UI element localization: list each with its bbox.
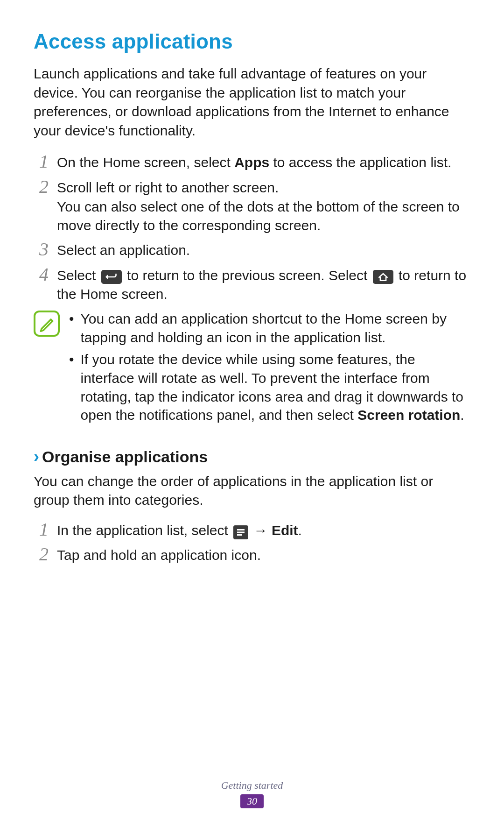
step-number: 1 xyxy=(34,520,49,539)
intro-paragraph: Launch applications and take full advant… xyxy=(34,64,470,140)
text: . xyxy=(298,523,302,538)
step-number: 3 xyxy=(34,240,49,259)
bullet-icon: • xyxy=(69,350,74,424)
note-bullet-1: • You can add an application shortcut to… xyxy=(69,310,470,346)
step-text: Select an application. xyxy=(57,241,190,260)
text: Select xyxy=(57,268,100,283)
text: You can also select one of the dots at t… xyxy=(57,198,470,234)
text: Select an application. xyxy=(57,241,190,260)
chevron-icon: › xyxy=(34,447,39,467)
step-text: Select to return to the previous screen.… xyxy=(57,266,470,303)
step-text: Tap and hold an application icon. xyxy=(57,546,261,565)
step-text: In the application list, select → Edit. xyxy=(57,521,302,540)
text: In the application list, select xyxy=(57,523,232,538)
text-bold-apps: Apps xyxy=(234,155,269,170)
step-text: On the Home screen, select Apps to acces… xyxy=(57,153,451,172)
text: Scroll left or right to another screen. xyxy=(57,178,470,197)
step-2: 2 Scroll left or right to another screen… xyxy=(34,178,470,235)
text: to return to the previous screen. Select xyxy=(127,268,371,283)
text: → xyxy=(254,523,272,538)
step-number: 2 xyxy=(34,545,49,564)
svg-rect-2 xyxy=(237,534,242,536)
step-number: 1 xyxy=(34,152,49,171)
sub-step-2: 2 Tap and hold an application icon. xyxy=(34,546,470,565)
subsection-intro: You can change the order of applications… xyxy=(34,472,470,510)
step-number: 4 xyxy=(34,265,49,284)
subsection-heading-row: › Organise applications xyxy=(34,447,470,467)
text: On the Home screen, select xyxy=(57,155,234,170)
section-heading: Access applications xyxy=(34,30,470,53)
text-bold-screen-rotation: Screen rotation xyxy=(357,407,460,423)
bullet-icon: • xyxy=(69,310,74,346)
text: If you rotate the device while using som… xyxy=(81,350,470,424)
note-block: • You can add an application shortcut to… xyxy=(34,310,470,428)
step-text: Scroll left or right to another screen. … xyxy=(57,178,470,235)
text: . xyxy=(460,407,464,423)
menu-icon xyxy=(233,525,248,539)
step-1: 1 On the Home screen, select Apps to acc… xyxy=(34,153,470,172)
step-4: 4 Select to return to the previous scree… xyxy=(34,266,470,303)
back-icon xyxy=(101,270,122,284)
sub-steps-list: 1 In the application list, select → Edit… xyxy=(34,521,470,565)
home-icon xyxy=(373,270,393,284)
note-body: • You can add an application shortcut to… xyxy=(69,310,470,428)
text: You can add an application shortcut to t… xyxy=(81,310,470,346)
step-3: 3 Select an application. xyxy=(34,241,470,260)
text-bold-edit: Edit xyxy=(272,523,298,538)
step-number: 2 xyxy=(34,177,49,196)
footer-section-name: Getting started xyxy=(0,779,504,792)
note-bullet-2: • If you rotate the device while using s… xyxy=(69,350,470,424)
subsection-heading: Organise applications xyxy=(42,448,208,466)
steps-list: 1 On the Home screen, select Apps to acc… xyxy=(34,153,470,303)
svg-rect-1 xyxy=(237,531,245,533)
manual-page: Access applications Launch applications … xyxy=(0,0,504,827)
page-footer: Getting started 30 xyxy=(0,779,504,808)
sub-step-1: 1 In the application list, select → Edit… xyxy=(34,521,470,540)
text: Tap and hold an application icon. xyxy=(57,546,261,565)
text: to access the application list. xyxy=(269,155,451,170)
svg-rect-0 xyxy=(237,529,245,530)
page-number: 30 xyxy=(240,794,264,808)
note-icon xyxy=(34,311,60,337)
